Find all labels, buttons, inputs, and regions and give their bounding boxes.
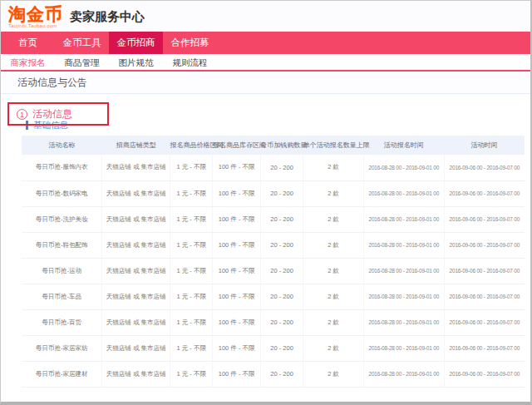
table-cell: 20 - 200: [260, 206, 303, 232]
col-header-stock-range: 报名商品库存区间: [213, 136, 260, 155]
table-cell: 1 元 - 不限: [170, 361, 212, 387]
table-cell: 2 款: [303, 258, 364, 284]
subnav-item-merchant-signup[interactable]: 商家报名: [1, 54, 55, 70]
table-cell: 100 件 - 不限: [213, 155, 260, 180]
table-row: 每日币抢-百货天猫店铺 或 集市店铺1 元 - 不限100 件 - 不限20 -…: [22, 309, 525, 335]
table-cell: 2016-09-06 00 - 2016-09-07 00: [444, 206, 525, 232]
table-cell: 100 件 - 不限: [213, 206, 260, 232]
table-cell: 100 件 - 不限: [213, 284, 260, 309]
table-cell: 100 件 - 不限: [213, 232, 260, 258]
taojinbi-logo[interactable]: 淘金币 Taojinbi.Taobao.com: [8, 5, 63, 28]
table-cell: 天猫店铺 或 集市店铺: [102, 284, 170, 309]
subnav-item-rules-process[interactable]: 规则流程: [163, 54, 217, 70]
col-header-activity-name: 活动名称: [22, 136, 102, 155]
table-row: 每日币抢-洗护美妆天猫店铺 或 集市店铺1 元 - 不限100 件 - 不限20…: [22, 206, 525, 232]
col-header-activity-time: 活动时间: [444, 136, 525, 155]
col-header-signup-time: 活动报名时间: [363, 136, 444, 155]
header: 淘金币 Taojinbi.Taobao.com 卖家服务中心: [1, 1, 530, 32]
page: 淘金币 Taojinbi.Taobao.com 卖家服务中心 首页 金币工具 金…: [0, 0, 532, 405]
table-cell: 20 - 200: [260, 309, 303, 335]
table-cell: 100 件 - 不限: [213, 361, 260, 387]
table-cell: 2016-08-28 00 - 2016-09-01 00: [363, 180, 444, 206]
activity-table: 活动名称 招商店铺类型 报名商品价格区间 报名商品库存区间 金币加钱购数量 单个…: [22, 136, 525, 388]
table-cell: 20 - 200: [260, 180, 303, 206]
logo-text: 淘金币: [8, 5, 63, 22]
table-cell: 天猫店铺 或 集市店铺: [102, 258, 170, 284]
subnav-item-product-management[interactable]: 商品管理: [55, 54, 109, 70]
table-cell: 2016-09-06 00 - 2016-09-07 00: [444, 284, 525, 309]
table-row: 每日币抢-鞋包配饰天猫店铺 或 集市店铺1 元 - 不限100 件 - 不限20…: [22, 232, 525, 258]
table-cell: 1 元 - 不限: [170, 309, 212, 335]
table-cell: 1 元 - 不限: [170, 232, 212, 258]
table-cell: 20 - 200: [260, 232, 303, 258]
table-cell: 2016-08-28 00 - 2016-09-01 00: [363, 258, 444, 284]
table-body: 每日币抢-服饰内衣天猫店铺 或 集市店铺1 元 - 不限100 件 - 不限20…: [22, 155, 525, 387]
nav-item-coin-tools[interactable]: 金币工具: [55, 32, 109, 54]
nav-item-coin-investment[interactable]: 金币招商: [109, 32, 163, 54]
table-cell: 天猫店铺 或 集市店铺: [102, 180, 170, 206]
nav-item-cooperation[interactable]: 合作招募: [163, 32, 217, 54]
table-cell: 天猫店铺 或 集市店铺: [102, 361, 170, 387]
table-cell: 2016-09-06 00 - 2016-09-07 00: [444, 361, 525, 387]
table-cell: 每日币抢-数码家电: [22, 180, 102, 206]
table-cell: 2016-09-06 00 - 2016-09-07 00: [444, 180, 525, 206]
col-header-coin-purchase-qty: 金币加钱购数量: [260, 136, 303, 155]
table-cell: 2016-08-28 00 - 2016-09-01 00: [363, 309, 444, 335]
table-cell: 2016-09-06 00 - 2016-09-07 00: [444, 155, 525, 180]
logo-subtext: Taojinbi.Taobao.com: [8, 23, 63, 28]
table-cell: 2016-08-28 00 - 2016-09-01 00: [363, 155, 444, 180]
table-cell: 1 元 - 不限: [170, 180, 212, 206]
table-cell: 2016-09-06 00 - 2016-09-07 00: [444, 232, 525, 258]
table-cell: 每日币抢-鞋包配饰: [22, 232, 102, 258]
table-row: 每日币抢-服饰内衣天猫店铺 或 集市店铺1 元 - 不限100 件 - 不限20…: [22, 155, 525, 180]
col-header-shop-type: 招商店铺类型: [102, 136, 170, 155]
main-nav: 首页 金币工具 金币招商 合作招募: [1, 32, 530, 54]
table-cell: 20 - 200: [260, 335, 303, 361]
nav-item-home[interactable]: 首页: [1, 32, 55, 54]
table-cell: 2016-08-28 00 - 2016-09-01 00: [363, 335, 444, 361]
table-cell: 100 件 - 不限: [213, 335, 260, 361]
table-cell: 100 件 - 不限: [213, 180, 260, 206]
table-cell: 1 元 - 不限: [170, 258, 212, 284]
table-cell: 2016-08-28 00 - 2016-09-01 00: [363, 284, 444, 309]
col-header-max-signup-qty: 单个活动报名数量上限: [303, 136, 364, 155]
table-cell: 1 元 - 不限: [170, 284, 212, 309]
table-cell: 天猫店铺 或 集市店铺: [102, 232, 170, 258]
table-row: 每日币抢-数码家电天猫店铺 或 集市店铺1 元 - 不限100 件 - 不限20…: [22, 180, 525, 206]
table-header: 活动名称 招商店铺类型 报名商品价格区间 报名商品库存区间 金币加钱购数量 单个…: [22, 136, 525, 155]
table-cell: 20 - 200: [260, 258, 303, 284]
table-cell: 每日币抢-运动: [22, 258, 102, 284]
table-cell: 2 款: [303, 284, 364, 309]
table-cell: 100 件 - 不限: [213, 258, 260, 284]
table-cell: 每日币抢-洗护美妆: [22, 206, 102, 232]
table-cell: 2 款: [303, 309, 364, 335]
table-row: 每日币抢-运动天猫店铺 或 集市店铺1 元 - 不限100 件 - 不限20 -…: [22, 258, 525, 284]
table-cell: 每日币抢-车品: [22, 284, 102, 309]
activity-info-heading: 活动信息: [32, 107, 72, 121]
table-cell: 1 元 - 不限: [170, 335, 212, 361]
table-header-row: 活动名称 招商店铺类型 报名商品价格区间 报名商品库存区间 金币加钱购数量 单个…: [22, 136, 525, 155]
table-cell: 2016-09-06 00 - 2016-09-07 00: [444, 258, 525, 284]
table-cell: 2016-09-06 00 - 2016-09-07 00: [444, 335, 525, 361]
table-cell: 20 - 200: [260, 361, 303, 387]
table-cell: 2 款: [303, 361, 364, 387]
table-cell: 2016-08-28 00 - 2016-09-01 00: [363, 361, 444, 387]
table-cell: 每日币抢-服饰内衣: [22, 155, 102, 180]
table-cell: 1 元 - 不限: [170, 155, 212, 180]
table-cell: 每日币抢-百货: [22, 309, 102, 335]
table-cell: 每日币抢-家居家纺: [22, 335, 102, 361]
table-cell: 100 件 - 不限: [213, 309, 260, 335]
annotation-highlight-box: 1 活动信息: [7, 102, 109, 126]
table-cell: 1 元 - 不限: [170, 206, 212, 232]
step-number-circle: 1: [17, 109, 27, 120]
table-cell: 2016-08-28 00 - 2016-09-01 00: [363, 206, 444, 232]
table-cell: 2 款: [303, 335, 364, 361]
table-row: 每日币抢-家居家纺天猫店铺 或 集市店铺1 元 - 不限100 件 - 不限20…: [22, 335, 525, 361]
subnav-item-image-standards[interactable]: 图片规范: [109, 54, 163, 70]
table-cell: 20 - 200: [260, 155, 303, 180]
table-cell: 天猫店铺 或 集市店铺: [102, 309, 170, 335]
table-cell: 20 - 200: [260, 284, 303, 309]
section-title: 活动信息与公告: [1, 72, 530, 94]
table-cell: 2 款: [303, 206, 364, 232]
table-cell: 2016-09-06 00 - 2016-09-07 00: [444, 309, 525, 335]
